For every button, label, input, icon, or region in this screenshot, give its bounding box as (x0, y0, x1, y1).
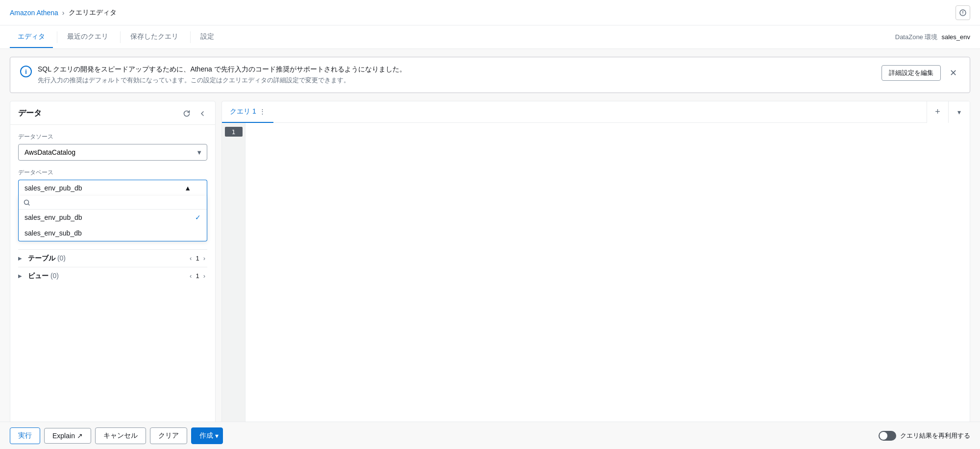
refresh-icon[interactable] (182, 109, 192, 118)
query-tab-actions: + ▾ (927, 101, 970, 123)
database-search-input[interactable] (33, 199, 202, 206)
line-number-1: 1 (225, 127, 243, 137)
db-option-pub[interactable]: sales_env_pub_db ✓ (19, 210, 207, 225)
database-label: データベース (18, 168, 207, 177)
table-section-row: ▶ テーブル (0) ‹ 1 › (18, 249, 207, 267)
query-tab-1[interactable]: クエリ 1 ⋮ (222, 101, 273, 123)
datasource-select[interactable]: AwsDataCatalog (18, 144, 207, 161)
tab-settings[interactable]: 設定 (193, 26, 222, 48)
collapse-icon[interactable] (197, 109, 207, 118)
add-query-tab-button[interactable]: + (927, 101, 948, 123)
clear-button[interactable]: クリア (150, 427, 187, 444)
table-nav: ‹ 1 › (188, 254, 207, 263)
tab-divider-2 (120, 31, 121, 43)
view-section-row: ▶ ビュー (0) ‹ 1 › (18, 267, 207, 284)
left-panel-body: データソース AwsDataCatalog ▼ データベース sales_env… (10, 125, 215, 449)
datazone-label: DataZone 環境 (895, 33, 938, 42)
close-banner-button[interactable]: ✕ (947, 67, 960, 79)
query-tab-dropdown-button[interactable]: ▾ (948, 101, 970, 123)
info-icon: i (20, 66, 32, 77)
db-option-sub-label: sales_env_sub_db (24, 229, 82, 237)
query-tab-1-label: クエリ 1 (230, 107, 256, 116)
view-nav-page: 1 (196, 272, 199, 280)
datazone-value: sales_env (941, 33, 970, 41)
toggle-knob (880, 432, 887, 440)
tab-bar: エディタ 最近のクエリ 保存したクエリ 設定 DataZone 環境 sales… (0, 25, 980, 49)
database-select-open: sales_env_pub_db ▲ sales_env_pub_db ✓ (18, 180, 207, 241)
left-panel-title: データ (18, 108, 42, 118)
tab-editor[interactable]: エディタ (10, 26, 53, 48)
breadcrumb-current: クエリエディタ (69, 8, 117, 17)
line-numbers: 1 (222, 123, 245, 446)
info-main-text: SQL クエリの開発をスピードアップするために、Athena で先行入力のコード… (38, 65, 876, 74)
database-search-container (19, 196, 207, 210)
info-text-block: SQL クエリの開発をスピードアップするために、Athena で先行入力のコード… (38, 65, 876, 85)
view-nav-next[interactable]: › (201, 271, 207, 281)
table-nav-next[interactable]: › (201, 254, 207, 263)
bottom-bar: 実行 Explain ↗ キャンセル クリア 作成 ▾ クエリ結果を再利用する (0, 422, 980, 449)
create-dropdown-arrow: ▾ (215, 432, 219, 440)
banner-actions: 詳細設定を編集 ✕ (882, 65, 960, 81)
breadcrumb-home[interactable]: Amazon Athena (10, 9, 58, 17)
table-nav-prev[interactable]: ‹ (188, 254, 194, 263)
tab-divider-1 (57, 31, 57, 43)
view-count: (0) (50, 272, 59, 280)
create-label: 作成 (199, 431, 213, 440)
left-panel-icons (182, 109, 207, 118)
db-option-pub-label: sales_env_pub_db (24, 213, 82, 221)
explain-label: Explain (52, 432, 75, 440)
view-expand-icon[interactable]: ▶ (18, 273, 28, 279)
info-banner: i SQL クエリの開発をスピードアップするために、Athena で先行入力のコ… (10, 57, 970, 93)
search-icon (24, 199, 30, 206)
reuse-toggle-switch[interactable] (879, 431, 896, 441)
reuse-toggle: クエリ結果を再利用する (879, 431, 970, 441)
database-trigger-arrow: ▲ (184, 184, 191, 192)
editor-content[interactable] (245, 123, 970, 446)
query-tab-1-more[interactable]: ⋮ (259, 108, 266, 115)
database-select-trigger[interactable]: sales_env_pub_db ▲ (18, 180, 207, 196)
view-section-title: ビュー (0) (28, 272, 188, 281)
explain-button[interactable]: Explain ↗ (44, 428, 91, 444)
datasource-label: データソース (18, 133, 207, 141)
right-panel: クエリ 1 ⋮ + ▾ 1 SQL (221, 101, 970, 449)
query-tab-bar: クエリ 1 ⋮ + ▾ (222, 101, 970, 123)
breadcrumb-separator: › (62, 9, 65, 17)
breadcrumb-bar: Amazon Athena › クエリエディタ (0, 0, 980, 25)
cancel-button[interactable]: キャンセル (95, 427, 146, 444)
db-option-sub[interactable]: sales_env_sub_db (19, 225, 207, 241)
main-content: データ データソース (10, 101, 970, 449)
db-option-pub-check: ✓ (195, 213, 201, 221)
database-dropdown: sales_env_pub_db ✓ sales_env_sub_db (18, 196, 207, 241)
svg-point-1 (962, 13, 963, 14)
view-nav-prev[interactable]: ‹ (188, 271, 194, 281)
reuse-toggle-label: クエリ結果を再利用する (900, 431, 970, 440)
create-button[interactable]: 作成 ▾ (191, 427, 223, 444)
left-panel-header: データ (10, 101, 215, 125)
run-button[interactable]: 実行 (10, 427, 40, 444)
database-selected-value: sales_env_pub_db (24, 184, 82, 192)
explain-external-icon: ↗ (77, 432, 83, 440)
code-editor[interactable]: 1 (222, 123, 970, 446)
view-nav: ‹ 1 › (188, 271, 207, 281)
tab-saved-queries[interactable]: 保存したクエリ (122, 26, 186, 48)
tab-recent-queries[interactable]: 最近のクエリ (59, 26, 116, 48)
table-section-title: テーブル (0) (28, 254, 188, 263)
left-panel: データ データソース (10, 101, 216, 449)
table-nav-page: 1 (196, 255, 199, 262)
datasource-select-wrapper: AwsDataCatalog ▼ (18, 144, 207, 161)
info-sub-text: 先行入力の推奨はデフォルトで有効になっています。この設定はクエリエディタの詳細設… (38, 76, 876, 85)
edit-settings-button[interactable]: 詳細設定を編集 (882, 65, 941, 81)
top-right-corner-icon[interactable] (956, 5, 970, 20)
table-count: (0) (57, 254, 66, 262)
table-expand-icon[interactable]: ▶ (18, 256, 28, 261)
tab-divider-3 (190, 31, 191, 43)
